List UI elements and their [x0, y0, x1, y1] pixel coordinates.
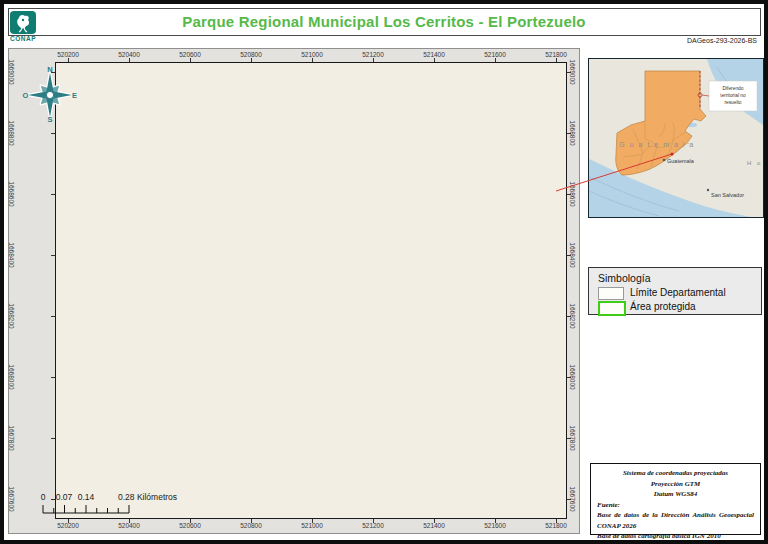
- graticule-tick: [373, 58, 374, 62]
- graticule-tick: [68, 58, 69, 62]
- graticule-tick: [51, 316, 55, 317]
- graticule-tick: [129, 58, 130, 62]
- graticule-tick: [51, 255, 55, 256]
- graticule-tick: [51, 438, 55, 439]
- legend-item-label: Área protegida: [630, 301, 696, 312]
- inset-locator-map: Diferendo territorial no resuelto G u a …: [588, 58, 764, 218]
- graticule-tick: [434, 58, 435, 62]
- graticule-tick: [567, 194, 571, 195]
- northing-label-left: 1669000: [8, 59, 15, 84]
- document-code: DAGeos-293-2026-BS: [597, 37, 757, 44]
- compass-e: E: [72, 91, 77, 100]
- crs-line: Sistema de coordenadas proyectadas: [597, 468, 754, 479]
- northing-label-left: 1667800: [8, 425, 15, 450]
- graticule-tick: [556, 519, 557, 523]
- scale-label-014: 0.14: [78, 492, 95, 502]
- compass-s: S: [47, 115, 52, 122]
- san-salvador-label: San Salvador: [711, 192, 744, 198]
- map-title: Parque Regional Municipal Los Cerritos -…: [8, 13, 760, 30]
- graticule-tick: [51, 194, 55, 195]
- map-frame-border: [55, 62, 567, 519]
- conap-logo-label: CONAP: [6, 35, 40, 42]
- graticule-tick: [251, 58, 252, 62]
- conap-logo: [10, 11, 36, 34]
- graticule-tick: [567, 316, 571, 317]
- graticule-tick: [51, 499, 55, 500]
- graticule-tick: [312, 519, 313, 523]
- quetzal-icon: [10, 11, 36, 34]
- scale-label-028: 0.28 Kilómetros: [118, 492, 177, 502]
- protected-area-swatch: [598, 301, 626, 316]
- source-line-1: Base de datos de la Dirección Análisis G…: [597, 510, 754, 531]
- graticule-tick: [567, 133, 571, 134]
- inset-city-label: Guatemala: [667, 158, 695, 164]
- northing-label-left: 1668200: [8, 303, 15, 328]
- honduras-label: H o: [747, 160, 762, 166]
- graticule-tick: [312, 58, 313, 62]
- northing-label-left: 1668600: [8, 181, 15, 206]
- legend: Simbología Límite Departamental Área pro…: [588, 267, 762, 315]
- graticule-tick: [556, 58, 557, 62]
- easting-label-top: 521000: [301, 51, 323, 58]
- map-metadata-box: Sistema de coordenadas proyectadas Proye…: [590, 463, 761, 535]
- northing-label-left: 1668800: [8, 120, 15, 145]
- scale-label-007: 0.07: [56, 492, 73, 502]
- scale-bar: [40, 503, 135, 515]
- graticule-tick: [51, 72, 55, 73]
- easting-label-top: 521600: [484, 51, 506, 58]
- compass-o: O: [23, 91, 29, 100]
- graticule-tick: [567, 72, 571, 73]
- inset-country-label: G u a t e m a l a: [619, 141, 694, 148]
- graticule-tick: [68, 519, 69, 523]
- graticule-tick: [567, 438, 571, 439]
- graticule-tick: [51, 133, 55, 134]
- projection-line: Proyección GTM: [597, 479, 754, 490]
- graticule-tick: [434, 519, 435, 523]
- san-salvador-dot: [707, 189, 709, 191]
- graticule-tick: [190, 519, 191, 523]
- easting-label-top: 520600: [179, 51, 201, 58]
- easting-label-top: 520200: [57, 51, 79, 58]
- graticule-tick: [495, 58, 496, 62]
- graticule-tick: [567, 377, 571, 378]
- source-line-2: Base de datos cartografía básica IGN 201…: [597, 531, 754, 542]
- easting-label-top: 520800: [240, 51, 262, 58]
- northing-label-left: 1668000: [8, 364, 15, 389]
- northing-label-left: 1668400: [8, 242, 15, 267]
- graticule-tick: [567, 499, 571, 500]
- northing-label-left: 1667600: [8, 486, 15, 511]
- graticule-tick: [129, 519, 130, 523]
- scale-label-0: 0: [41, 492, 46, 502]
- graticule-tick: [51, 377, 55, 378]
- easting-label-top: 521200: [362, 51, 384, 58]
- graticule-tick: [251, 519, 252, 523]
- graticule-tick: [495, 519, 496, 523]
- easting-label-top: 521800: [545, 51, 567, 58]
- legend-title: Simbología: [598, 272, 651, 284]
- fuente-label: Fuente:: [597, 500, 754, 511]
- graticule-tick: [373, 519, 374, 523]
- note-line: Diferendo: [723, 86, 744, 91]
- guatemala-city-dot: [663, 159, 666, 162]
- easting-label-top: 521400: [423, 51, 445, 58]
- compass-rose: N S O E: [22, 64, 78, 122]
- note-line: resuelto: [724, 100, 741, 105]
- departmental-boundary-swatch: [598, 287, 624, 300]
- legend-item-label: Límite Departamental: [630, 287, 726, 298]
- note-line: territorial no: [720, 93, 746, 98]
- graticule-tick: [567, 255, 571, 256]
- datum-line: Datum WGS84: [597, 489, 754, 500]
- graticule-tick: [190, 58, 191, 62]
- easting-label-top: 520400: [118, 51, 140, 58]
